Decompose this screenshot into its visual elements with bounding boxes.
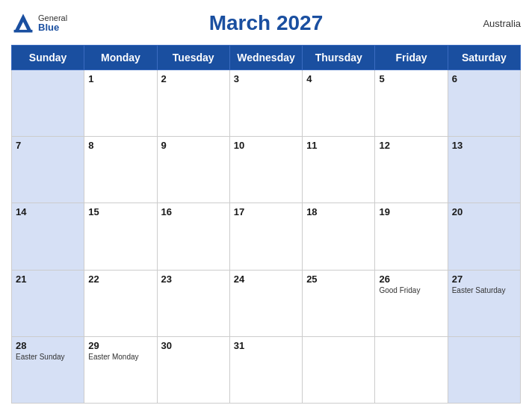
calendar-day-8: 8: [84, 137, 157, 203]
day-number: 23: [161, 274, 226, 285]
logo-blue-label: Blue: [38, 22, 67, 33]
calendar-day-3: 3: [229, 70, 302, 137]
calendar-day-15: 15: [84, 203, 157, 270]
day-number: 16: [161, 206, 226, 217]
svg-rect-3: [14, 30, 33, 33]
calendar-day-7: 7: [12, 137, 84, 203]
calendar-day-empty: [375, 336, 448, 403]
calendar-day-6: 6: [448, 70, 520, 137]
logo: General Blue: [11, 11, 67, 35]
day-number: 27: [452, 274, 516, 285]
calendar-week-3: 14151617181920: [12, 203, 521, 270]
col-header-sunday: Sunday: [12, 46, 84, 70]
calendar-day-2: 2: [157, 70, 229, 137]
day-number: 12: [379, 140, 443, 151]
day-number: 17: [234, 206, 298, 217]
calendar-day-31: 31: [229, 336, 302, 403]
calendar-header: General Blue March 2027 Australia: [11, 7, 521, 39]
day-number: 7: [16, 140, 80, 151]
day-number: 28: [16, 340, 80, 351]
day-event: Easter Monday: [88, 353, 152, 361]
calendar-day-14: 14: [12, 203, 84, 270]
day-number: 20: [452, 206, 516, 217]
day-number: 3: [234, 73, 298, 84]
day-number: 8: [88, 140, 152, 151]
day-number: 13: [452, 140, 516, 151]
calendar-day-24: 24: [229, 270, 302, 336]
day-number: 5: [379, 73, 443, 84]
calendar-day-21: 21: [12, 270, 84, 336]
calendar-day-9: 9: [157, 137, 229, 203]
day-number: 18: [306, 206, 371, 217]
calendar-day-1: 1: [84, 70, 157, 137]
calendar-day-empty: [448, 336, 520, 403]
day-event: Easter Sunday: [16, 353, 80, 361]
day-number: 15: [88, 206, 152, 217]
calendar-day-29: 29Easter Monday: [84, 336, 157, 403]
calendar-week-2: 78910111213: [12, 137, 521, 203]
calendar-day-10: 10: [229, 137, 302, 203]
calendar-day-12: 12: [375, 137, 448, 203]
calendar-header-row: SundayMondayTuesdayWednesdayThursdayFrid…: [12, 46, 521, 70]
calendar-day-empty: [303, 336, 375, 403]
day-number: 1: [88, 73, 152, 84]
day-event: Good Friday: [379, 286, 443, 294]
calendar-day-22: 22: [84, 270, 157, 336]
calendar-day-19: 19: [375, 203, 448, 270]
calendar-day-16: 16: [157, 203, 229, 270]
calendar-table: SundayMondayTuesdayWednesdayThursdayFrid…: [11, 45, 521, 404]
day-event: Easter Saturday: [452, 286, 516, 294]
day-number: 31: [234, 340, 298, 351]
day-number: 26: [379, 274, 443, 285]
col-header-saturday: Saturday: [448, 46, 520, 70]
calendar-day-28: 28Easter Sunday: [12, 336, 84, 403]
calendar-week-4: 212223242526Good Friday27Easter Saturday: [12, 270, 521, 336]
calendar-day-25: 25: [303, 270, 375, 336]
day-number: 14: [16, 206, 80, 217]
calendar-day-17: 17: [229, 203, 302, 270]
col-header-friday: Friday: [375, 46, 448, 70]
calendar-day-5: 5: [375, 70, 448, 137]
day-number: 19: [379, 206, 443, 217]
calendar-day-18: 18: [303, 203, 375, 270]
calendar-day-30: 30: [157, 336, 229, 403]
day-number: 22: [88, 274, 152, 285]
day-number: 11: [306, 140, 371, 151]
calendar-day-20: 20: [448, 203, 520, 270]
calendar-day-27: 27Easter Saturday: [448, 270, 520, 336]
calendar-day-4: 4: [303, 70, 375, 137]
calendar-week-1: 123456: [12, 70, 521, 137]
col-header-wednesday: Wednesday: [229, 46, 302, 70]
col-header-monday: Monday: [84, 46, 157, 70]
col-header-tuesday: Tuesday: [157, 46, 229, 70]
country-label: Australia: [483, 18, 521, 29]
day-number: 6: [452, 73, 516, 84]
col-header-thursday: Thursday: [303, 46, 375, 70]
day-number: 9: [161, 140, 226, 151]
day-number: 29: [88, 340, 152, 351]
day-number: 24: [234, 274, 298, 285]
calendar-day-empty: [12, 70, 84, 137]
day-number: 10: [234, 140, 298, 151]
calendar-day-13: 13: [448, 137, 520, 203]
calendar-week-5: 28Easter Sunday29Easter Monday3031: [12, 336, 521, 403]
logo-icon: [11, 11, 35, 35]
page-title: March 2027: [209, 11, 324, 35]
logo-text: General Blue: [38, 13, 67, 33]
day-number: 25: [306, 274, 371, 285]
day-number: 30: [161, 340, 226, 351]
calendar-day-23: 23: [157, 270, 229, 336]
day-number: 21: [16, 274, 80, 285]
day-number: 4: [306, 73, 371, 84]
calendar-day-11: 11: [303, 137, 375, 203]
calendar-day-26: 26Good Friday: [375, 270, 448, 336]
day-number: 2: [161, 73, 226, 84]
